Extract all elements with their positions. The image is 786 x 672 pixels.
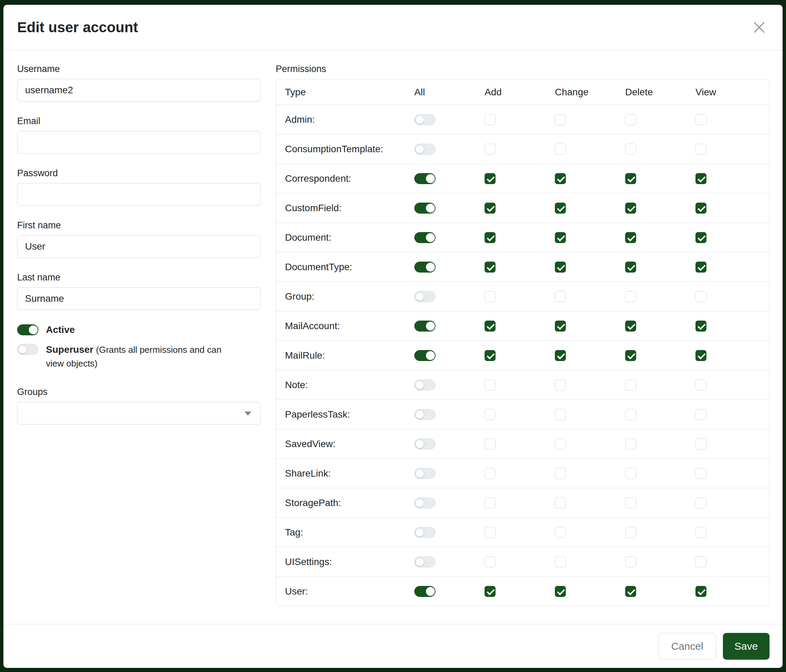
active-toggle[interactable]	[17, 324, 38, 335]
permission-add-checkbox[interactable]	[484, 291, 495, 302]
permission-view-checkbox[interactable]	[695, 232, 706, 243]
password-input[interactable]	[17, 183, 261, 206]
permission-change-checkbox[interactable]	[555, 438, 566, 449]
permission-view-checkbox[interactable]	[695, 262, 706, 273]
permission-change-checkbox[interactable]	[555, 556, 566, 567]
permission-delete-checkbox[interactable]	[625, 527, 636, 538]
permission-all-toggle[interactable]	[414, 350, 435, 361]
permission-all-toggle[interactable]	[414, 232, 435, 243]
permission-add-checkbox[interactable]	[484, 173, 495, 184]
permission-view-checkbox[interactable]	[695, 438, 706, 449]
permission-view-checkbox[interactable]	[695, 527, 706, 538]
permission-add-checkbox[interactable]	[484, 320, 495, 331]
permission-all-toggle[interactable]	[414, 380, 435, 391]
permission-delete-checkbox[interactable]	[625, 380, 636, 391]
cancel-button[interactable]: Cancel	[659, 633, 716, 659]
permission-change-checkbox[interactable]	[555, 203, 566, 214]
permission-delete-checkbox[interactable]	[625, 320, 636, 331]
permission-delete-checkbox[interactable]	[625, 438, 636, 449]
permission-all-toggle[interactable]	[414, 320, 435, 331]
permission-view-checkbox[interactable]	[695, 586, 706, 597]
permission-change-checkbox[interactable]	[555, 262, 566, 273]
username-input[interactable]	[17, 79, 261, 102]
permission-delete-checkbox[interactable]	[625, 114, 636, 125]
permission-change-checkbox[interactable]	[555, 320, 566, 331]
permission-delete-checkbox[interactable]	[625, 409, 636, 420]
permission-add-checkbox[interactable]	[484, 556, 495, 567]
email-input[interactable]	[17, 131, 261, 154]
permission-row: Tag:	[276, 517, 769, 547]
permission-view-checkbox[interactable]	[695, 291, 706, 302]
permission-view-checkbox[interactable]	[695, 380, 706, 391]
permission-all-toggle[interactable]	[414, 144, 435, 155]
permission-all-toggle[interactable]	[414, 291, 435, 302]
superuser-toggle[interactable]	[17, 344, 38, 355]
permission-all-toggle[interactable]	[414, 114, 435, 125]
permission-view-checkbox[interactable]	[695, 350, 706, 361]
permission-view-checkbox[interactable]	[695, 468, 706, 479]
permission-all-toggle[interactable]	[414, 438, 435, 449]
permission-change-checkbox[interactable]	[555, 498, 566, 509]
permission-add-checkbox[interactable]	[484, 262, 495, 273]
permission-add-checkbox[interactable]	[484, 114, 495, 125]
groups-select[interactable]	[17, 402, 261, 424]
permission-delete-checkbox[interactable]	[625, 291, 636, 302]
permission-add-checkbox[interactable]	[484, 438, 495, 449]
permission-add-checkbox[interactable]	[484, 232, 495, 243]
permission-change-checkbox[interactable]	[555, 409, 566, 420]
permission-add-checkbox[interactable]	[484, 498, 495, 509]
close-icon	[753, 22, 765, 33]
permission-all-toggle[interactable]	[414, 409, 435, 420]
permission-add-checkbox[interactable]	[484, 586, 495, 597]
last-name-input[interactable]	[17, 287, 261, 310]
permission-delete-checkbox[interactable]	[625, 144, 636, 155]
permission-delete-checkbox[interactable]	[625, 350, 636, 361]
permission-all-toggle[interactable]	[414, 556, 435, 567]
permission-view-checkbox[interactable]	[695, 173, 706, 184]
permission-change-checkbox[interactable]	[555, 114, 566, 125]
permission-change-checkbox[interactable]	[555, 350, 566, 361]
permission-add-checkbox[interactable]	[484, 380, 495, 391]
permission-all-toggle[interactable]	[414, 468, 435, 479]
permission-add-checkbox[interactable]	[484, 468, 495, 479]
permission-add-checkbox[interactable]	[484, 203, 495, 214]
permission-change-checkbox[interactable]	[555, 468, 566, 479]
permission-change-checkbox[interactable]	[555, 586, 566, 597]
permission-view-checkbox[interactable]	[695, 556, 706, 567]
permission-view-checkbox[interactable]	[695, 320, 706, 331]
permission-change-checkbox[interactable]	[555, 232, 566, 243]
close-button[interactable]	[752, 20, 767, 35]
permission-add-checkbox[interactable]	[484, 144, 495, 155]
permission-all-toggle[interactable]	[414, 203, 435, 214]
permission-view-checkbox[interactable]	[695, 144, 706, 155]
permission-change-checkbox[interactable]	[555, 144, 566, 155]
permission-view-checkbox[interactable]	[695, 409, 706, 420]
permission-change-checkbox[interactable]	[555, 173, 566, 184]
permission-all-toggle[interactable]	[414, 262, 435, 273]
permission-view-checkbox[interactable]	[695, 114, 706, 125]
permission-delete-checkbox[interactable]	[625, 203, 636, 214]
permission-delete-checkbox[interactable]	[625, 468, 636, 479]
permission-row: ConsumptionTemplate:	[276, 134, 769, 163]
permission-add-checkbox[interactable]	[484, 409, 495, 420]
permission-change-checkbox[interactable]	[555, 291, 566, 302]
permission-all-toggle[interactable]	[414, 586, 435, 597]
save-button[interactable]: Save	[723, 633, 770, 659]
permission-delete-checkbox[interactable]	[625, 232, 636, 243]
permission-delete-checkbox[interactable]	[625, 586, 636, 597]
permission-delete-checkbox[interactable]	[625, 262, 636, 273]
permission-add-checkbox[interactable]	[484, 527, 495, 538]
permission-view-checkbox[interactable]	[695, 498, 706, 509]
permission-change-checkbox[interactable]	[555, 527, 566, 538]
permission-delete-checkbox[interactable]	[625, 556, 636, 567]
first-name-input[interactable]	[17, 235, 261, 258]
permission-add-checkbox[interactable]	[484, 350, 495, 361]
permission-delete-checkbox[interactable]	[625, 498, 636, 509]
permission-all-toggle[interactable]	[414, 173, 435, 184]
permission-change-checkbox[interactable]	[555, 380, 566, 391]
permission-all-toggle[interactable]	[414, 527, 435, 538]
permission-type-label: Group:	[285, 291, 414, 302]
permission-all-toggle[interactable]	[414, 498, 435, 509]
permission-view-checkbox[interactable]	[695, 203, 706, 214]
permission-delete-checkbox[interactable]	[625, 173, 636, 184]
